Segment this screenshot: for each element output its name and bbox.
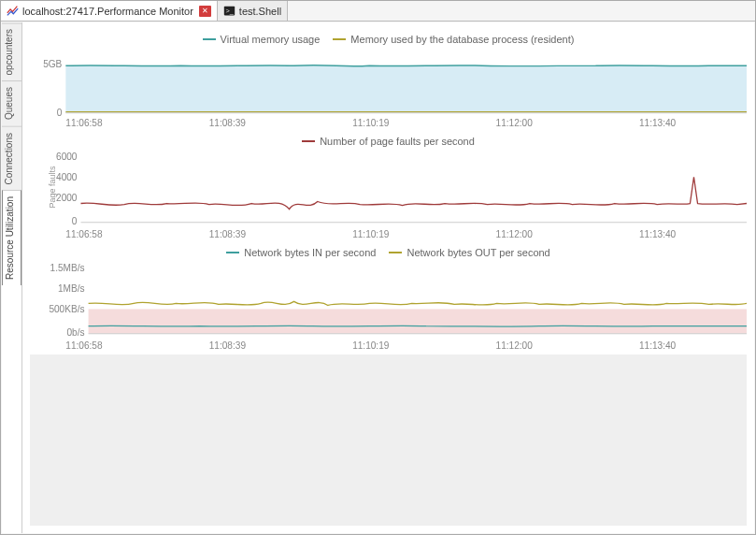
x-tick: 11:10:19 — [352, 229, 390, 239]
chart-pagefaults: Number of page faults per second Page fa… — [30, 132, 747, 243]
chart-network: Network bytes IN per second Network byte… — [30, 243, 747, 354]
side-tab-opcounters[interactable]: opcounters — [2, 22, 21, 80]
svg-text:>_: >_ — [225, 7, 234, 15]
x-tick: 11:08:39 — [209, 340, 247, 351]
close-icon[interactable]: ✕ — [199, 6, 211, 17]
side-tabs: opcounters Queues Connections Resource U… — [2, 22, 22, 533]
legend-label: Network bytes OUT per second — [407, 247, 549, 258]
x-tick: 11:10:19 — [352, 118, 390, 128]
series-net-out — [89, 301, 747, 305]
legend-label: Virtual memory usage — [221, 34, 321, 45]
legend-memory: Virtual memory usage Memory used by the … — [30, 30, 747, 47]
legend-swatch — [333, 38, 346, 40]
legend-label: Memory used by the database process (res… — [350, 34, 574, 45]
legend-item: Network bytes IN per second — [226, 247, 376, 258]
y-tick: 5GB — [43, 59, 62, 69]
legend-swatch — [226, 252, 239, 253]
x-tick: 11:13:40 — [639, 118, 677, 128]
y-tick: 500KB/s — [49, 304, 84, 314]
series-faults — [80, 177, 747, 209]
terminal-icon: >_ — [223, 5, 235, 17]
y-axis-title: Page faults — [48, 166, 57, 209]
y-tick: 4000 — [56, 172, 78, 182]
y-tick: 1MB/s — [58, 283, 85, 294]
x-tick: 11:06:58 — [65, 229, 103, 239]
area-fill — [65, 65, 747, 112]
chart-memory: Virtual memory usage Memory used by the … — [30, 30, 747, 132]
bottom-spacer — [30, 354, 747, 526]
side-tab-connections[interactable]: Connections — [2, 126, 21, 191]
x-tick: 11:08:39 — [209, 118, 247, 128]
x-tick: 11:12:00 — [496, 229, 534, 239]
area-fill — [89, 309, 747, 333]
memory-chart-svg: 5GB 0 11:06:58 11:08:39 — [30, 47, 747, 132]
legend-faults: Number of page faults per second — [30, 132, 747, 149]
chart-stack: Virtual memory usage Memory used by the … — [30, 30, 747, 526]
app-window: localhost:27417.Performance Monitor ✕ >_… — [0, 0, 756, 535]
x-tick: 11:13:40 — [639, 340, 677, 351]
series-net-in — [89, 325, 747, 326]
chart-icon — [7, 5, 19, 17]
x-tick: 11:10:19 — [352, 340, 390, 351]
legend-label: Network bytes IN per second — [244, 247, 376, 258]
series-virtual — [65, 65, 747, 66]
y-tick: 0 — [57, 108, 63, 118]
tab-label: localhost:27417.Performance Monitor — [22, 6, 193, 17]
y-tick: 1.5MB/s — [50, 263, 85, 273]
x-tick: 11:12:00 — [496, 118, 534, 128]
legend-swatch — [203, 38, 216, 40]
network-chart-svg: 1.5MB/s 1MB/s 500KB/s 0b/s 11:06:58 — [30, 260, 747, 354]
legend-item: Number of page faults per second — [302, 136, 475, 147]
tab-bar: localhost:27417.Performance Monitor ✕ >_… — [1, 1, 755, 22]
legend-network: Network bytes IN per second Network byte… — [30, 243, 747, 260]
x-tick: 11:06:58 — [65, 118, 103, 128]
x-tick: 11:13:40 — [639, 229, 677, 239]
legend-item: Network bytes OUT per second — [389, 247, 549, 258]
y-tick: 2000 — [56, 193, 78, 203]
side-tab-resource-util[interactable]: Resource Utilization — [2, 190, 21, 285]
tab-label: test.Shell — [239, 6, 281, 17]
x-tick: 11:06:58 — [65, 340, 103, 351]
tab-perf-monitor[interactable]: localhost:27417.Performance Monitor ✕ — [1, 1, 218, 21]
legend-item: Memory used by the database process (res… — [333, 34, 574, 45]
y-tick: 6000 — [56, 152, 78, 162]
side-tab-queues[interactable]: Queues — [2, 80, 21, 125]
body: opcounters Queues Connections Resource U… — [2, 22, 754, 533]
y-tick: 0 — [72, 216, 78, 226]
legend-item: Virtual memory usage — [203, 34, 321, 45]
tab-shell[interactable]: >_ test.Shell — [218, 1, 288, 21]
x-tick: 11:12:00 — [496, 340, 534, 351]
legend-swatch — [389, 252, 402, 253]
faults-chart-svg: 6000 4000 2000 0 11:06:58 11:08:39 11:10… — [30, 149, 747, 243]
legend-swatch — [302, 140, 315, 142]
y-tick: 0b/s — [66, 326, 84, 337]
x-tick: 11:08:39 — [209, 229, 247, 239]
legend-label: Number of page faults per second — [320, 136, 475, 147]
chart-panel: Virtual memory usage Memory used by the … — [30, 30, 747, 526]
